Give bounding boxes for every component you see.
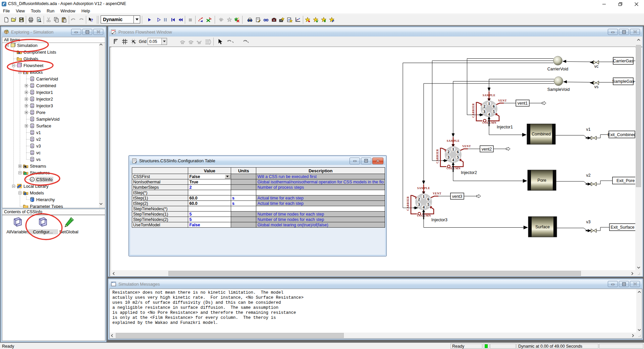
flowsheet-restore-button[interactable]: [619, 29, 629, 35]
cell-value[interactable]: 5: [188, 212, 231, 217]
tree-expander-locallibrary[interactable]: [12, 185, 15, 188]
tree-item-injector1[interactable]: Injector1: [35, 90, 54, 95]
toolbar-new-button[interactable]: [2, 16, 10, 23]
tree-item-parametertypes[interactable]: Parameter Types: [29, 203, 64, 208]
msg-scroll-down-icon[interactable]: [636, 327, 642, 333]
flowsheet-vscrollbar[interactable]: [636, 37, 641, 270]
toolbar-star-green-button[interactable]: [312, 16, 320, 23]
tree-item-blocks[interactable]: Blocks: [29, 69, 44, 75]
messages-close-button[interactable]: [630, 281, 640, 287]
msg-scroll-right-icon[interactable]: [631, 333, 636, 338]
dialog-close-button[interactable]: [372, 158, 383, 164]
toolbar-chartstar-button[interactable]: [286, 16, 294, 23]
msg-scroll-up-icon[interactable]: [636, 289, 642, 295]
cell-value[interactable]: 2: [188, 185, 231, 190]
tree-header-all-items[interactable]: All Items: [2, 37, 105, 43]
cell-value[interactable]: [188, 206, 231, 212]
toolbar-rewind-button[interactable]: [176, 16, 184, 23]
fs-cursor-icon[interactable]: [216, 38, 224, 46]
flowsheet-titlebar[interactable]: Process Flowsheet Window: [109, 27, 642, 36]
tree-expander-structures[interactable]: [18, 171, 21, 174]
fs-snap-icon[interactable]: [129, 38, 138, 46]
messages-hscrollbar[interactable]: [110, 333, 636, 338]
tree-expander-simulation[interactable]: [6, 44, 9, 47]
tree-item-globals[interactable]: Globals: [22, 56, 39, 62]
explorer-close-button[interactable]: [93, 29, 103, 35]
toolbar-print-button[interactable]: [27, 16, 35, 23]
tree-expander-streams[interactable]: [18, 165, 21, 168]
explorer-minimize-button[interactable]: [71, 29, 81, 35]
fs-scroll-down-icon[interactable]: [636, 265, 641, 270]
flowsheet-minimize-button[interactable]: [608, 29, 618, 35]
toolbar-helpptr-button[interactable]: ?: [87, 16, 95, 23]
tree-scroll-up-icon[interactable]: [99, 43, 103, 46]
fs-undo-icon[interactable]: [226, 38, 234, 46]
tree-expander-blocks[interactable]: [18, 71, 21, 74]
toolbar-interrupt-button[interactable]: [205, 16, 213, 23]
cell-value[interactable]: False: [188, 222, 231, 228]
menu-tools[interactable]: Tools: [28, 9, 44, 13]
grid-size-combobox[interactable]: 0.05: [148, 38, 167, 45]
contents-icon-configur[interactable]: [37, 216, 49, 229]
tree-expander-pore[interactable]: [25, 111, 28, 114]
cell-value[interactable]: 60.0: [188, 195, 231, 201]
messages-vscrollbar[interactable]: [636, 289, 642, 333]
cell-value[interactable]: 60.0: [188, 201, 231, 206]
tree-item-cssinfo[interactable]: CSSInfo: [35, 177, 53, 182]
contents-icon-allvariables[interactable]: [12, 216, 23, 229]
flowsheet-hscrollbar[interactable]: [111, 271, 636, 276]
fs-scroll-up-icon[interactable]: [636, 37, 641, 43]
tree-expander-injector1[interactable]: [25, 91, 28, 94]
menu-run[interactable]: Run: [44, 9, 57, 13]
tree-item-structures[interactable]: Structures: [29, 170, 51, 176]
toolbar-pawx-button[interactable]: [233, 16, 241, 23]
dialog-minimize-button[interactable]: [350, 158, 360, 164]
run-mode-combobox[interactable]: Dynamic: [101, 15, 140, 23]
toolbar-notepad-button[interactable]: [254, 16, 262, 23]
fs-scroll-right-icon[interactable]: [630, 271, 636, 276]
valve-v2[interactable]: [591, 182, 596, 186]
run-mode-dropdown-icon[interactable]: [133, 16, 140, 23]
tree-item-combined[interactable]: Combined: [35, 83, 57, 89]
tree-item-carriervoid[interactable]: CarrierVoid: [35, 76, 59, 82]
contents-item-setglobal[interactable]: SetGlobal: [54, 229, 84, 234]
toolbar-camstar-button[interactable]: [278, 16, 286, 23]
fs-hscroll-thumb[interactable]: [168, 271, 581, 276]
contents-icon-setglobal[interactable]: [63, 216, 74, 229]
fs-grid-icon[interactable]: [121, 38, 129, 46]
toolbar-camera-button[interactable]: [270, 16, 278, 23]
tree-item-injector3[interactable]: Injector3: [35, 103, 54, 109]
tree-expander-models[interactable]: [18, 191, 21, 194]
tree-scrollbar[interactable]: [99, 43, 105, 208]
tree-item-surface[interactable]: Surface: [35, 123, 52, 129]
restore-button[interactable]: [613, 0, 628, 8]
toolbar-pause-button[interactable]: [161, 16, 169, 23]
msg-hscroll-thumb[interactable]: [116, 333, 344, 338]
tree-scroll-down-icon[interactable]: [99, 202, 103, 205]
toolbar-paste-button[interactable]: [60, 16, 68, 23]
tree-item-samplevoid[interactable]: SampleVoid: [35, 116, 60, 122]
tree-scroll-thumb[interactable]: [99, 50, 104, 131]
toolbar-star-red-button[interactable]: [304, 16, 312, 23]
tree-item-flowsheet[interactable]: Flowsheet: [22, 63, 44, 68]
tree-expander-combined[interactable]: [25, 84, 28, 87]
tree-expander-surface[interactable]: [25, 124, 28, 127]
close-button[interactable]: [629, 0, 644, 8]
valve-v1[interactable]: [591, 136, 596, 140]
cell-value[interactable]: 5: [188, 217, 231, 222]
explorer-titlebar[interactable]: Exploring - Simulation: [2, 27, 105, 36]
toolbar-star-chart-button[interactable]: [320, 16, 328, 23]
tree-item-vc[interactable]: vc: [35, 150, 42, 156]
toolbar-eyeglass-button[interactable]: [262, 16, 270, 23]
flowsheet-close-button[interactable]: [630, 29, 640, 35]
menu-window[interactable]: Window: [57, 9, 78, 13]
toolbar-open-button[interactable]: [10, 16, 18, 23]
node-carriervoid[interactable]: [553, 56, 562, 65]
tree-expander-injector3[interactable]: [25, 104, 28, 107]
tree-item-locallibrary[interactable]: Local Library: [22, 183, 49, 189]
fs-ruler-icon[interactable]: [112, 38, 120, 46]
fs-vscroll-thumb[interactable]: [636, 45, 641, 187]
toolbar-chart-button[interactable]: [294, 16, 302, 23]
toolbar-copy-button[interactable]: [52, 16, 60, 23]
tree-item-v2[interactable]: v2: [35, 136, 42, 142]
